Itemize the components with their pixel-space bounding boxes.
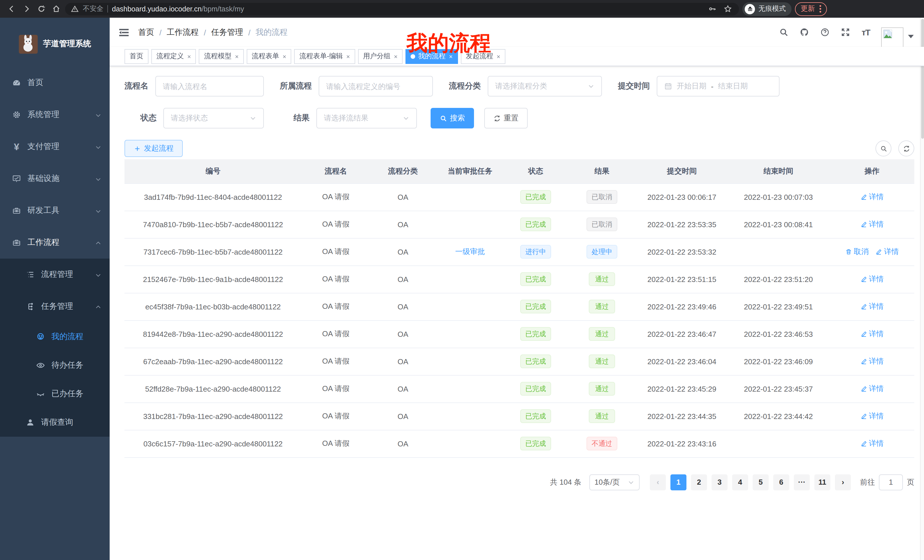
close-icon[interactable]: × [188,53,191,60]
breadcrumb-workflow[interactable]: 工作流程 [167,27,199,37]
cancel-link[interactable]: 取消 [845,247,868,257]
current-task-link[interactable]: 一级审批 [455,247,485,257]
sidebar-item-todo-tasks[interactable]: 待办任务 [0,351,110,380]
detail-link[interactable]: 详情 [860,439,884,449]
sidebar-item-home[interactable]: 首页 [0,67,110,99]
page-button-6[interactable]: 6 [773,474,789,490]
table-row: 67c2eaab-7b9a-11ec-a290-acde48001122 OA … [124,347,914,375]
close-icon[interactable]: × [346,53,350,60]
sidebar-item-process-mgmt[interactable]: 流程管理 [0,259,110,290]
result-select[interactable]: 请选择流结果 [316,108,417,129]
sidebar-item-devtools[interactable]: 研发工具 [0,195,110,227]
page-button-5[interactable]: 5 [753,474,769,490]
page-size-select[interactable]: 10条/页 [590,474,640,490]
detail-link[interactable]: 详情 [860,356,884,367]
tab-process-form-edit[interactable]: 流程表单-编辑× [294,49,355,64]
date-end-placeholder[interactable]: 结束日期 [718,81,748,91]
browser-menu-icon[interactable] [819,5,821,13]
col-actions: 操作 [830,159,914,183]
page-button-2[interactable]: 2 [691,474,707,490]
tab-process-definition[interactable]: 流程定义× [152,49,196,64]
table-row: 7317cec6-7b9b-11ec-b5b7-acde48001122 OA … [124,238,914,265]
col-end-time: 结束时间 [727,159,830,183]
detail-link[interactable]: 详情 [860,329,884,339]
page-button-1[interactable]: 1 [670,474,686,490]
incognito-label: 无痕模式 [758,4,786,14]
address-bar[interactable]: 不安全 dashboard.yudao.iocoder.cn/bpm/task/… [65,3,739,15]
page-button-11[interactable]: 11 [814,474,830,490]
sidebar-item-system[interactable]: 系统管理 [0,99,110,131]
tab-user-group[interactable]: 用户分组× [358,49,403,64]
sidebar-item-payment[interactable]: ¥ 支付管理 [0,131,110,163]
page-button-3[interactable]: 3 [711,474,728,490]
col-create-time: 提交时间 [637,159,727,183]
page-button-4[interactable]: 4 [732,474,748,490]
close-icon[interactable]: × [394,53,398,60]
browser-scrollbar[interactable] [920,18,924,560]
detail-link[interactable]: 详情 [860,301,884,312]
tab-process-model[interactable]: 流程模型× [199,49,244,64]
sidebar-item-my-process[interactable]: 我的流程 [0,322,110,351]
close-icon[interactable]: × [496,53,500,60]
back-icon[interactable] [6,3,17,15]
more-pages-button[interactable]: ··· [794,474,810,490]
url-text[interactable]: dashboard.yudao.iocoder.cn/bpm/task/my [112,5,244,13]
tab-home[interactable]: 首页 [124,49,148,64]
next-page-button[interactable]: › [835,474,851,490]
update-button[interactable]: 更新 [795,2,827,16]
bookmark-star-icon[interactable] [722,3,733,15]
github-icon[interactable] [798,26,810,39]
close-icon[interactable]: × [283,53,286,60]
forward-icon[interactable] [21,3,32,15]
scrollbar-thumb[interactable] [921,19,924,139]
date-start-placeholder[interactable]: 开始日期 [677,81,706,91]
status-badge: 已完成 [520,409,551,423]
status-badge: 已完成 [520,300,551,313]
tab-process-form[interactable]: 流程表单× [247,49,291,64]
prev-page-button[interactable]: ‹ [650,474,666,490]
eye-closed-icon [35,389,46,399]
toggle-search-button[interactable] [876,141,891,156]
fullscreen-icon[interactable] [839,26,852,39]
detail-link[interactable]: 详情 [860,411,884,421]
app-logo[interactable]: 芋道管理系统 [0,18,110,67]
goto-page-input[interactable] [879,474,903,490]
process-definition-input[interactable] [326,82,426,90]
detail-link[interactable]: 详情 [860,274,884,284]
search-button[interactable]: 搜索 [430,108,474,129]
chevron-down-icon [249,115,256,121]
detail-link[interactable]: 详情 [876,247,899,257]
process-name-input[interactable] [163,82,256,90]
search-icon[interactable] [777,26,790,39]
create-process-button[interactable]: 发起流程 [124,140,183,157]
process-definition-input-wrap [319,76,433,96]
font-size-icon[interactable]: ᴛT [860,26,872,39]
refresh-button[interactable] [898,141,914,156]
filter-label-category: 流程分类 [449,81,481,91]
sidebar-item-workflow[interactable]: 工作流程 [0,227,110,259]
reset-button[interactable]: 重置 [484,108,528,129]
status-badge: 已完成 [520,327,551,341]
avatar[interactable] [881,27,903,49]
hamburger-icon[interactable] [118,26,130,39]
help-icon[interactable] [818,26,831,39]
sidebar-item-leave-query[interactable]: 请假查询 [0,408,110,437]
status-select[interactable]: 请选择状态 [164,108,264,129]
security-label[interactable]: 不安全 [83,4,104,14]
detail-link[interactable]: 详情 [860,192,884,202]
avatar-caret-icon[interactable] [908,34,914,38]
home-icon[interactable] [50,3,62,15]
detail-link[interactable]: 详情 [860,383,884,394]
breadcrumb-task-mgmt[interactable]: 任务管理 [211,27,243,37]
reload-icon[interactable] [35,3,47,15]
chevron-down-icon [95,175,102,182]
sidebar-item-done-tasks[interactable]: 已办任务 [0,380,110,408]
breadcrumb-home[interactable]: 首页 [138,27,154,37]
sidebar-item-task-mgmt[interactable]: 任务管理 [0,290,110,322]
category-select[interactable]: 请选择流程分类 [488,76,602,96]
date-range-picker[interactable]: 开始日期 - 结束日期 [657,76,780,96]
detail-link[interactable]: 详情 [860,219,884,229]
key-icon[interactable] [706,3,718,15]
close-icon[interactable]: × [235,53,239,60]
sidebar-item-infra[interactable]: 基础设施 [0,163,110,195]
